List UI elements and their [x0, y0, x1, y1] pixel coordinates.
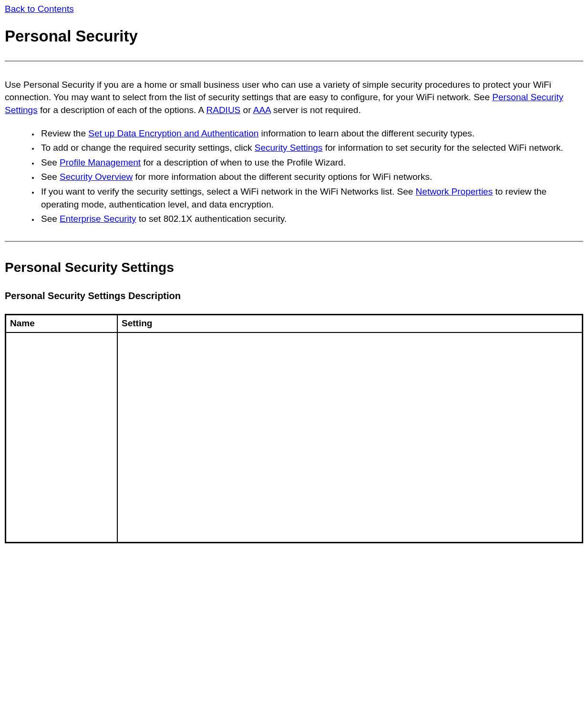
intro-text: for a description of each of the options…: [38, 105, 206, 115]
intro-text: or: [240, 105, 253, 115]
list-item: Review the Set up Data Encryption and Au…: [39, 127, 583, 140]
table-header-name: Name: [6, 314, 118, 332]
list-text: for a description of when to use the Pro…: [141, 157, 346, 167]
page-title: Personal Security: [5, 25, 583, 47]
divider: [5, 241, 583, 242]
bullet-list: Review the Set up Data Encryption and Au…: [5, 127, 583, 226]
list-text: See: [41, 157, 60, 167]
settings-table: Name Setting: [5, 314, 583, 543]
list-text: See: [41, 172, 60, 182]
list-text: for more information about the different…: [133, 172, 432, 182]
intro-paragraph: Use Personal Security if you are a home …: [5, 79, 583, 117]
list-item: See Security Overview for more informati…: [39, 171, 583, 184]
intro-text: server is not required.: [271, 105, 361, 115]
list-text: To add or change the required security s…: [41, 143, 255, 153]
intro-text: Use Personal Security if you are a home …: [5, 80, 551, 103]
list-text: See: [41, 214, 60, 224]
divider: [5, 61, 583, 62]
link-security-settings[interactable]: Security Settings: [255, 143, 323, 153]
back-to-contents-link[interactable]: Back to Contents: [5, 3, 74, 16]
link-network-properties[interactable]: Network Properties: [416, 187, 493, 197]
link-aaa[interactable]: AAA: [253, 105, 271, 115]
link-setup-data-encryption[interactable]: Set up Data Encryption and Authenticatio…: [88, 128, 258, 138]
table-cell-name: [6, 332, 118, 543]
link-profile-management[interactable]: Profile Management: [60, 157, 141, 167]
table-cell-setting: [117, 332, 583, 543]
list-item: If you want to verify the security setti…: [39, 186, 583, 211]
sub-title: Personal Security Settings Description: [5, 289, 583, 302]
link-enterprise-security[interactable]: Enterprise Security: [60, 214, 136, 224]
list-item: See Profile Management for a description…: [39, 156, 583, 169]
list-text: to set 802.1X authentication security.: [136, 214, 287, 224]
list-text: Review the: [41, 128, 88, 138]
table-row: [6, 332, 583, 543]
list-item: See Enterprise Security to set 802.1X au…: [39, 213, 583, 226]
link-security-overview[interactable]: Security Overview: [60, 172, 133, 182]
link-radius[interactable]: RADIUS: [206, 105, 241, 115]
table-header-setting: Setting: [117, 314, 583, 332]
list-text: for information to set security for the …: [322, 143, 563, 153]
table-header-row: Name Setting: [6, 314, 583, 332]
list-item: To add or change the required security s…: [39, 142, 583, 155]
list-text: information to learn about the different…: [258, 128, 475, 138]
section-title: Personal Security Settings: [5, 258, 583, 277]
list-text: If you want to verify the security setti…: [41, 187, 416, 197]
